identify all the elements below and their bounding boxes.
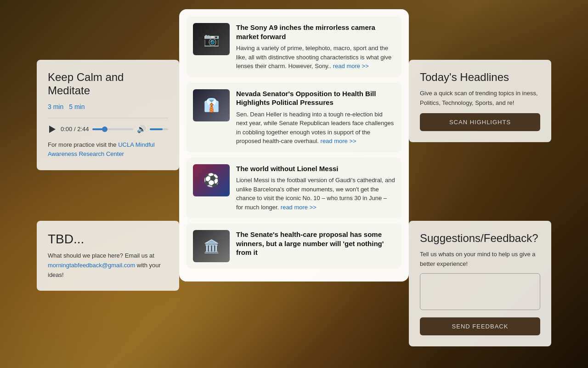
time-buttons: 3 min 5 min <box>48 103 168 110</box>
volume-icon: 🔊 <box>137 125 146 133</box>
scan-highlights-button[interactable]: SCAN HIGHLIGHTS <box>420 113 540 131</box>
news-text-3: Lionel Messi is the football version of … <box>236 176 395 212</box>
send-feedback-button[interactable]: SEND FEEDBACK <box>420 317 540 335</box>
news-thumb-1: 📷 <box>193 23 230 55</box>
news-content-2: Nevada Senator's Opposition to Health Bi… <box>236 89 395 146</box>
news-item-1: 📷 The Sony A9 inches the mirrorless came… <box>187 17 401 77</box>
headlines-panel: Today's Headlines Give a quick scan of t… <box>409 60 551 142</box>
meditate-title: Keep Calm and Meditate <box>48 71 168 98</box>
tbd-text: What should we place here? Email us at m… <box>48 251 168 280</box>
news-panel[interactable]: 📷 The Sony A9 inches the mirrorless came… <box>179 9 409 282</box>
progress-dot <box>102 126 107 132</box>
meditate-panel: Keep Calm and Meditate 3 min 5 min 0:00 … <box>37 60 179 170</box>
headlines-title: Today's Headlines <box>420 71 540 84</box>
tbd-panel: TBD... What should we place here? Email … <box>37 221 179 291</box>
news-item-4: 🏛️ The Senate's health-care proposal has… <box>187 224 401 269</box>
read-more-3[interactable]: read more >> <box>281 204 317 211</box>
news-item-2: 👔 Nevada Senator's Opposition to Health … <box>187 83 401 152</box>
audio-controls: 0:00 / 2:44 🔊 <box>48 125 168 134</box>
volume-bar[interactable] <box>150 128 168 130</box>
divider <box>48 118 168 118</box>
play-button[interactable] <box>48 125 57 134</box>
visit-text: For more practice visit the UCLA Mindful… <box>48 140 168 160</box>
read-more-1[interactable]: read more >> <box>333 63 369 69</box>
audio-time: 0:00 / 2:44 <box>61 126 89 132</box>
news-content-4: The Senate's health-care proposal has so… <box>236 230 395 260</box>
time-3min-button[interactable]: 3 min <box>48 103 63 110</box>
news-content-3: The world without Lionel Messi Lionel Me… <box>236 164 395 212</box>
volume-fill <box>150 128 163 130</box>
progress-bar[interactable] <box>92 128 133 130</box>
news-item-3: ⚽ The world without Lionel Messi Lionel … <box>187 158 401 218</box>
news-title-2: Nevada Senator's Opposition to Health Bi… <box>236 89 395 107</box>
news-thumb-4: 🏛️ <box>193 230 230 262</box>
news-title-3: The world without Lionel Messi <box>236 164 395 173</box>
news-title-1: The Sony A9 inches the mirrorless camera… <box>236 23 395 41</box>
feedback-email-link[interactable]: morningtabfeedback@gmail.com <box>48 262 135 269</box>
news-content-1: The Sony A9 inches the mirrorless camera… <box>236 23 395 71</box>
feedback-input[interactable] <box>420 273 540 310</box>
headlines-description: Give a quick scan of trending topics in … <box>420 89 540 108</box>
feedback-title: Suggestions/Feedback? <box>420 232 540 245</box>
news-text-2: Sen. Dean Heller is heading into a tough… <box>236 110 395 146</box>
feedback-panel: Suggestions/Feedback? Tell us whats on y… <box>409 221 551 346</box>
news-text-1: Having a variety of prime, telephoto, ma… <box>236 44 395 71</box>
news-thumb-3: ⚽ <box>193 164 230 196</box>
feedback-description: Tell us whats on your mind to help us gi… <box>420 250 540 269</box>
news-title-4: The Senate's health-care proposal has so… <box>236 230 395 257</box>
read-more-2[interactable]: read more >> <box>321 138 356 144</box>
play-icon <box>49 126 56 133</box>
news-thumb-2: 👔 <box>193 89 230 121</box>
headlines-title-prefix: To <box>420 71 431 83</box>
tbd-title: TBD... <box>48 232 168 247</box>
time-5min-button[interactable]: 5 min <box>69 103 85 110</box>
